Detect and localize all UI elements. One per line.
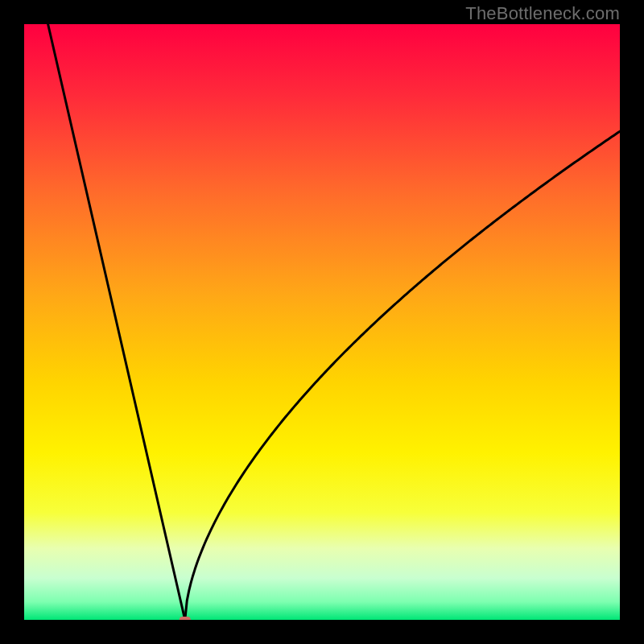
watermark-label: TheBottleneck.com <box>465 3 620 24</box>
chart-container: TheBottleneck.com <box>0 0 644 644</box>
bottleneck-curve <box>24 24 620 620</box>
plot-area <box>24 24 620 620</box>
